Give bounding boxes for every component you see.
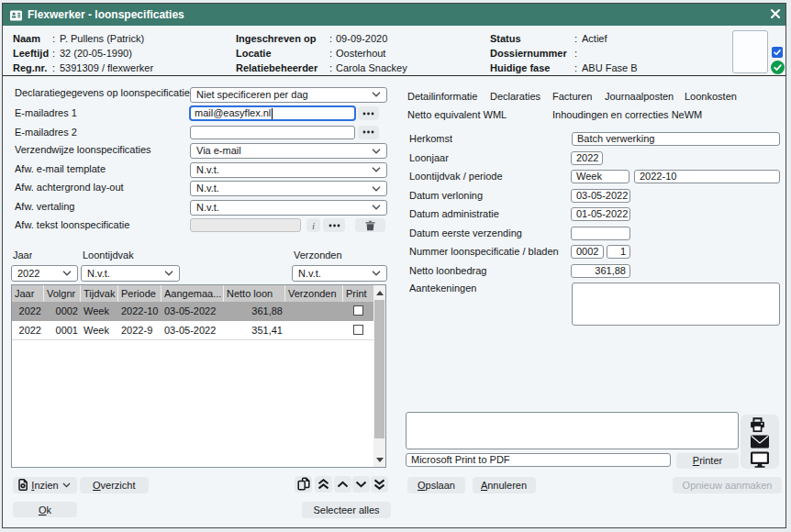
email1-more-button[interactable]	[358, 106, 379, 120]
netto-loonbedrag-input[interactable]: 361,88	[571, 264, 630, 278]
tab-inhoudingen-correcties[interactable]: Inhoudingen en correcties NeWML	[552, 107, 702, 122]
cell-jaar: 2022	[12, 302, 44, 321]
printer-button[interactable]: Printer	[676, 453, 739, 469]
tab-loonkosten[interactable]: Loonkosten	[685, 89, 743, 104]
cell-netto-loon: 361,88	[224, 302, 285, 321]
double-chevron-up-icon	[318, 479, 329, 490]
declaratie-select[interactable]: Niet specificeren per dag	[190, 87, 387, 103]
tab-facturen[interactable]: Facturen	[552, 89, 602, 104]
loontijdvak-filter-select[interactable]: N.v.t.	[81, 265, 180, 282]
ellipsis-icon	[362, 112, 374, 116]
datum-eerste-verzending-input[interactable]	[571, 227, 630, 240]
photo-placeholder	[732, 30, 768, 73]
scrollbar-thumb[interactable]	[374, 300, 384, 438]
copy-button[interactable]	[295, 476, 312, 493]
col-header-netto-loon[interactable]: Netto loon	[224, 285, 285, 302]
layout-label: Afw. achtergrond lay-out	[15, 182, 189, 193]
vertaling-select[interactable]: N.v.t.	[190, 200, 387, 216]
overzicht-button[interactable]: Overzicht	[80, 477, 150, 494]
col-header-periode[interactable]: Periode	[118, 285, 162, 302]
monitor-icon	[750, 451, 770, 468]
copy-icon	[297, 477, 310, 491]
nummer-input[interactable]: 0002	[571, 245, 604, 259]
email2-label: E-mailadres 2	[15, 127, 189, 138]
cell-netto-loon: 351,41	[224, 321, 285, 340]
email-output-button[interactable]	[750, 435, 770, 449]
col-header-verzonden[interactable]: Verzonden	[285, 285, 343, 302]
close-icon[interactable]	[767, 6, 784, 22]
loonjaar-label: Loonjaar	[409, 152, 449, 163]
selecteer-alles-button[interactable]: Selecteer alles	[302, 502, 391, 519]
loontijdvak-input[interactable]: Week	[571, 170, 629, 183]
verzendwijze-label: Verzendwijze loonspecificaties	[15, 144, 189, 155]
periode-input[interactable]: 2022-10	[634, 170, 780, 183]
table-row[interactable]: 2022 0001 Week 2022-9 03-05-2022 351,41	[12, 321, 373, 340]
datum-eerste-verzending-label: Datum eerste verzending	[409, 227, 522, 238]
tab-detailinformatie[interactable]: Detailinformatie	[407, 89, 478, 104]
status-checkbox[interactable]	[772, 47, 783, 58]
table-row-selected[interactable]: 2022 0002 Week 2022-10 03-05-2022 361,88	[12, 302, 373, 321]
opnieuw-aanmaken-button[interactable]: Opnieuw aanmaken	[673, 477, 782, 493]
scroll-down-icon[interactable]	[376, 458, 384, 462]
col-header-tijdvak[interactable]: Tijdvak	[81, 285, 118, 302]
datum-administratie-input[interactable]: 01-05-2022	[571, 207, 630, 221]
chevron-down-icon	[164, 271, 173, 276]
opslaan-button[interactable]: Opslaan	[407, 477, 465, 493]
printer-name-input[interactable]: Microsoft Print to PDF	[406, 453, 671, 467]
print-status-box[interactable]	[406, 412, 739, 449]
tab-journaalposten[interactable]: Journaalposten	[605, 89, 682, 104]
tab-netto-equivalent-wml[interactable]: Netto equivalent WML	[407, 107, 545, 122]
annuleren-button[interactable]: Annuleren	[473, 477, 536, 493]
email1-label: E-mailadres 1	[15, 107, 189, 118]
move-last-button[interactable]	[371, 476, 388, 493]
tab-declaraties[interactable]: Declaraties	[490, 89, 549, 104]
tekst-input-disabled	[190, 218, 301, 232]
chevron-up-icon	[337, 481, 349, 488]
col-header-volgnr[interactable]: Volgnr	[44, 285, 81, 302]
tekst-more-button[interactable]	[323, 218, 345, 232]
email1-input[interactable]: mail@easyflex.nl	[189, 105, 356, 121]
move-first-button[interactable]	[315, 476, 332, 493]
inzien-label: Inzien	[31, 480, 58, 491]
herkomst-input[interactable]: Batch verwerking	[572, 132, 780, 146]
screen-output-button[interactable]	[750, 451, 770, 468]
cell-verzonden	[285, 321, 343, 340]
jaar-filter-select[interactable]: 2022	[11, 265, 78, 282]
text-caret	[272, 108, 273, 119]
print-checkbox[interactable]	[353, 325, 363, 335]
cell-volgnr: 0002	[44, 302, 81, 321]
tekst-delete-button[interactable]	[355, 218, 385, 232]
print-checkbox[interactable]	[353, 305, 363, 316]
loonjaar-input[interactable]: 2022	[571, 151, 603, 165]
datum-verloning-input[interactable]: 03-05-2022	[571, 189, 630, 203]
ok-button[interactable]: Ok	[13, 502, 77, 517]
aantekeningen-textarea[interactable]	[572, 283, 780, 326]
aantekeningen-label: Aantekeningen	[409, 283, 476, 294]
email2-more-button[interactable]	[358, 126, 379, 139]
layout-select[interactable]: N.v.t.	[190, 181, 387, 196]
tekst-info-button[interactable]: i	[306, 218, 320, 232]
datum-administratie-label: Datum administratie	[409, 208, 499, 219]
verzendwijze-select[interactable]: Via e-mail	[190, 143, 387, 159]
chevron-down-icon	[62, 271, 72, 276]
cell-jaar: 2022	[12, 321, 44, 340]
col-header-print[interactable]: Print	[343, 285, 373, 302]
inzien-button[interactable]: Inzien	[13, 477, 77, 494]
scroll-up-icon[interactable]	[376, 291, 384, 295]
col-header-aangemaakt[interactable]: Aangemaa...	[162, 285, 224, 302]
table-scrollbar[interactable]	[373, 285, 385, 467]
cell-tijdvak: Week	[81, 321, 118, 340]
jaar-filter-label: Jaar	[13, 249, 32, 260]
print-output-button[interactable]	[750, 417, 770, 433]
page: Flexwerker - loonspecificaties Naam:P. P…	[0, 0, 791, 532]
trash-icon	[365, 220, 375, 231]
col-header-jaar[interactable]: Jaar	[12, 285, 44, 302]
ellipsis-icon	[362, 130, 374, 134]
email2-input[interactable]	[190, 126, 355, 139]
verzonden-filter-select[interactable]: N.v.t.	[292, 265, 387, 282]
move-up-button[interactable]	[334, 476, 351, 493]
move-down-button[interactable]	[352, 476, 370, 493]
template-select[interactable]: N.v.t.	[190, 162, 387, 178]
bladen-input[interactable]: 1	[607, 245, 630, 259]
chevron-down-icon	[372, 205, 381, 210]
